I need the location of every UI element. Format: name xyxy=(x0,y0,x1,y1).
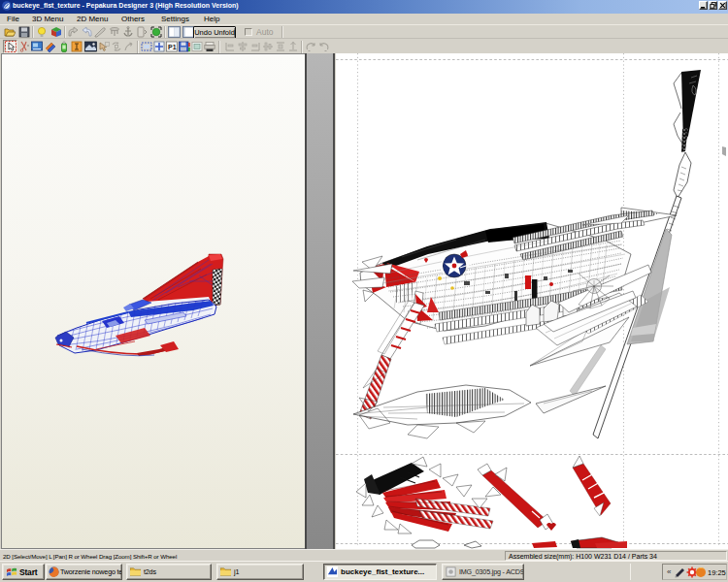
svg-text:P1: P1 xyxy=(168,44,177,50)
